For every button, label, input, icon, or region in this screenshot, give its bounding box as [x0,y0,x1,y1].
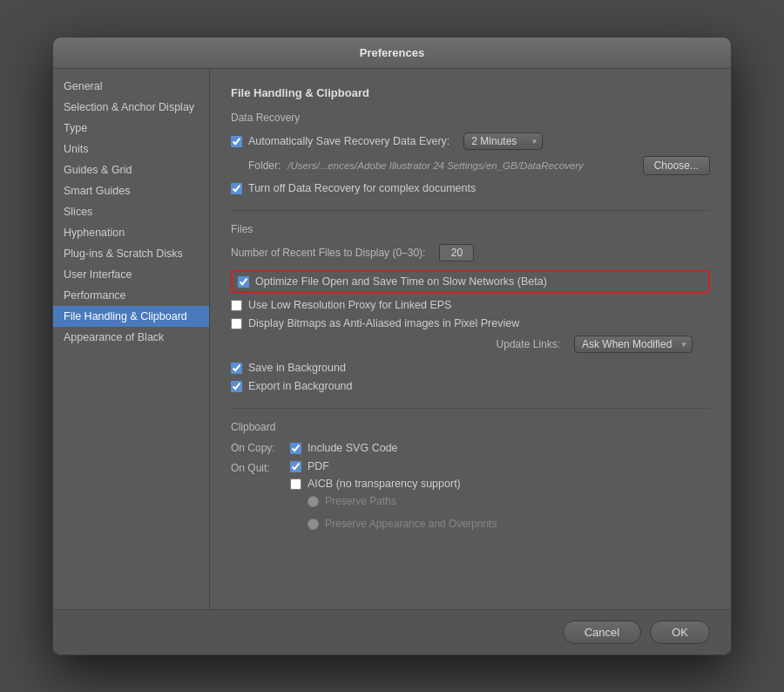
aicb-checkbox[interactable] [290,478,301,490]
turn-off-checkbox[interactable] [231,183,242,194]
pdf-label: PDF [308,460,329,472]
on-quit-row: On Quit: PDF AICB (no transparency suppo… [231,460,710,535]
sidebar-item-file-handling[interactable]: File Handling & Clipboard [53,306,209,327]
preserve-appearance-label: Preserve Appearance and Overprints [325,518,497,530]
low-res-row: Use Low Resolution Proxy for Linked EPS [231,299,710,311]
cancel-button[interactable]: Cancel [563,621,641,644]
auto-save-interval-select[interactable]: 2 Minutes 5 Minutes 10 Minutes 15 Minute… [463,132,543,150]
dialog-footer: Cancel OK [53,609,731,655]
sidebar-item-type[interactable]: Type [53,118,209,139]
sidebar-item-slices[interactable]: Slices [53,201,209,222]
include-svg-checkbox[interactable] [290,443,301,454]
preserve-paths-row: Preserve Paths [308,495,497,507]
choose-button[interactable]: Choose... [643,156,710,175]
folder-row: Folder: /Users/...ences/Adobe Illustrato… [248,156,710,175]
recent-files-input[interactable] [439,244,474,261]
pdf-row: PDF [290,460,497,472]
on-copy-row: On Copy: Include SVG Code [231,442,710,454]
bitmaps-checkbox[interactable] [231,318,242,329]
divider-2 [231,408,710,409]
export-background-checkbox[interactable] [231,381,242,392]
sidebar-item-hyphenation[interactable]: Hyphenation [53,222,209,243]
optimize-label: Optimize File Open and Save Time on Slow… [255,275,547,288]
folder-label: Folder: [248,159,280,172]
update-links-label: Update Links: [497,338,560,350]
dialog-title: Preferences [360,46,424,59]
include-svg-row: Include SVG Code [290,442,398,454]
turn-off-label: Turn off Data Recovery for complex docum… [248,182,476,194]
files-title: Files [231,223,710,235]
update-links-wrapper: Ask When Modified Automatically Manually [567,336,693,353]
export-background-label: Export in Background [248,380,353,392]
preserve-paths-radio [308,496,319,507]
auto-save-label: Automatically Save Recovery Data Every: [248,135,449,147]
on-copy-label: On Copy: [231,442,283,454]
preferences-dialog: Preferences GeneralSelection & Anchor Di… [52,37,732,655]
save-background-row: Save in Background [231,362,710,374]
recent-files-row: Number of Recent Files to Display (0–30)… [231,244,710,261]
on-quit-options: PDF AICB (no transparency support) Prese… [290,460,497,535]
save-background-checkbox[interactable] [231,363,242,374]
aicb-label: AICB (no transparency support) [308,478,461,490]
optimize-row-highlighted: Optimize File Open and Save Time on Slow… [231,270,710,293]
recent-files-label: Number of Recent Files to Display (0–30)… [231,247,425,259]
preserve-appearance-radio [308,519,319,530]
sidebar-item-general[interactable]: General [53,76,209,97]
files-section: Files Number of Recent Files to Display … [231,223,710,392]
bitmaps-row: Display Bitmaps as Anti-Aliased images i… [231,317,710,329]
clipboard-section: Clipboard On Copy: Include SVG Code On Q… [231,421,710,535]
sidebar-item-user-interface[interactable]: User Interface [53,264,209,285]
include-svg-label: Include SVG Code [308,442,398,454]
clipboard-title: Clipboard [231,421,710,433]
sidebar-item-performance[interactable]: Performance [53,285,209,306]
low-res-checkbox[interactable] [231,300,242,311]
sidebar-item-smart-guides[interactable]: Smart Guides [53,180,209,201]
turn-off-row: Turn off Data Recovery for complex docum… [231,182,710,194]
auto-save-interval-wrapper: 2 Minutes 5 Minutes 10 Minutes 15 Minute… [456,132,543,150]
aicb-row: AICB (no transparency support) [290,478,497,490]
sidebar: GeneralSelection & Anchor DisplayTypeUni… [53,69,210,609]
preserve-paths-label: Preserve Paths [325,495,396,507]
ok-button[interactable]: OK [650,621,710,644]
sidebar-item-guides-grid[interactable]: Guides & Grid [53,159,209,180]
preserve-appearance-row: Preserve Appearance and Overprints [308,518,497,530]
save-background-label: Save in Background [248,362,346,374]
export-background-row: Export in Background [231,380,710,392]
on-quit-label: On Quit: [231,460,283,474]
update-links-select[interactable]: Ask When Modified Automatically Manually [574,336,693,353]
low-res-label: Use Low Resolution Proxy for Linked EPS [248,299,451,311]
data-recovery-section: Data Recovery Automatically Save Recover… [231,112,710,194]
auto-save-checkbox[interactable] [231,136,242,147]
update-links-row: Update Links: Ask When Modified Automati… [231,336,710,353]
section-title: File Handling & Clipboard [231,86,710,99]
auto-save-row: Automatically Save Recovery Data Every: … [231,132,710,150]
folder-path: /Users/...ences/Adobe Illustrator 24 Set… [287,160,633,171]
pdf-checkbox[interactable] [290,461,301,472]
dialog-titlebar: Preferences [53,37,731,69]
divider-1 [231,210,710,211]
bitmaps-label: Display Bitmaps as Anti-Aliased images i… [248,317,519,329]
main-panel: File Handling & Clipboard Data Recovery … [210,69,731,609]
data-recovery-title: Data Recovery [231,112,710,124]
sidebar-item-units[interactable]: Units [53,139,209,159]
sidebar-item-plugins[interactable]: Plug-ins & Scratch Disks [53,243,209,264]
optimize-checkbox[interactable] [238,276,249,288]
sidebar-item-selection-anchor[interactable]: Selection & Anchor Display [53,97,209,118]
sidebar-item-appearance-black[interactable]: Appearance of Black [53,327,209,348]
